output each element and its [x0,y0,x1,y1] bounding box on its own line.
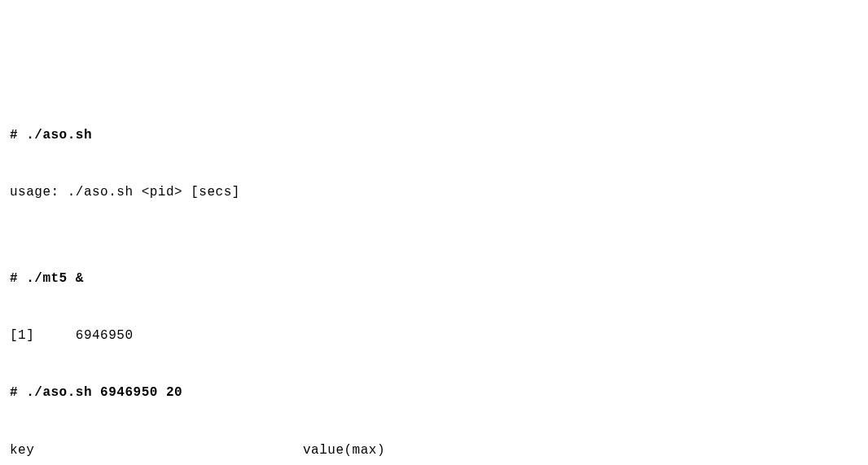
hdr-val: value(max) [303,436,572,465]
cmd-mt5: # ./mt5 & [10,265,858,293]
job-output: [1] 6946950 [10,322,858,350]
usage-line: usage: ./aso.sh <pid> [secs] [10,178,858,207]
cmd-aso-usage: # ./aso.sh [10,121,858,150]
cmd-aso-run: # ./aso.sh 6946950 20 [10,379,858,407]
table1-header: keyvalue(max) [10,436,858,465]
hdr-key: key [10,436,303,465]
